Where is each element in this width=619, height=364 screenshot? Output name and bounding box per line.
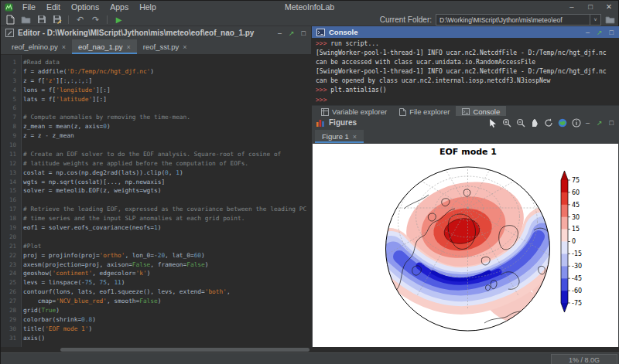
- colorbar-tick-label: -75: [572, 300, 582, 307]
- figures-panel-title: Figures: [329, 118, 488, 127]
- undo-icon[interactable]: ↶: [75, 15, 85, 25]
- line-number: 22: [1, 251, 16, 260]
- window-minimize-button[interactable]: –: [563, 1, 581, 13]
- save-icon[interactable]: [36, 15, 46, 25]
- colorbar-segment: [561, 291, 568, 303]
- line-number: 27: [1, 297, 16, 306]
- console-line: [SwingWorker-pool-1-thread-1] INFO ucar.…: [316, 49, 615, 58]
- panel-float-icon[interactable]: ↗: [597, 119, 603, 127]
- code-line: 1#Read data: [1, 58, 311, 67]
- line-number: 28: [1, 306, 16, 315]
- colorbar-segment: [561, 180, 568, 192]
- editor-panel-header: Editor - D:\Working\MIScript\Jython\mis\…: [1, 26, 311, 39]
- pointer-icon[interactable]: [488, 118, 498, 128]
- code-line: 13coslat = np.cos(np.deg2rad(lats)).clip…: [1, 168, 311, 178]
- tab-close-icon[interactable]: ×: [183, 43, 186, 51]
- editor-icon: [5, 29, 14, 37]
- console-line: >>> plt.antialias(): [316, 86, 615, 95]
- menu-options[interactable]: Options: [66, 2, 104, 12]
- panel-float-icon[interactable]: ↗: [597, 29, 603, 36]
- colorbar-segment: [561, 266, 568, 278]
- window-maximize-button[interactable]: □: [581, 1, 600, 13]
- colorbar-tick-label: 0: [572, 238, 576, 245]
- colorbar-tick-label: 75: [572, 177, 580, 184]
- code-line: 19eof1 = solver.eofs_covariance(neofs=1): [1, 223, 311, 233]
- scrollbar-thumb[interactable]: [60, 348, 310, 352]
- current-folder-combobox[interactable]: D:\Working\MIScript\Jython\mis\meteo\eof…: [436, 14, 601, 26]
- line-number: 11: [1, 150, 16, 159]
- figure-canvas[interactable]: EOF mode 1: [313, 144, 618, 347]
- rotate-icon[interactable]: [544, 118, 553, 128]
- open-folder-icon[interactable]: [21, 15, 31, 25]
- window-close-button[interactable]: ✕: [600, 1, 618, 13]
- code-line: 30title('EOF mode 1'): [1, 325, 311, 334]
- code-line: 16: [1, 196, 311, 205]
- panel-maximize-icon[interactable]: □: [610, 29, 614, 36]
- console-icon: [462, 108, 470, 115]
- panel-minimize-icon[interactable]: –: [586, 119, 590, 127]
- dock-tab-label: Variable explorer: [332, 107, 387, 116]
- zoom-in-icon[interactable]: [502, 118, 511, 128]
- editor-tab-reof_elnino.py[interactable]: reof_elnino.py×: [5, 39, 72, 54]
- code-line: 12# latitude weights are applied before …: [1, 159, 311, 168]
- toolbar-separator: [107, 15, 108, 24]
- code-line: 14wgts = np.sqrt(coslat)[..., np.newaxis…: [1, 178, 311, 187]
- editor-tab-bar: reof_elnino.py×eof_nao_1.py×reof_sst.py×: [1, 39, 311, 55]
- pan-hand-icon[interactable]: [530, 118, 539, 128]
- save-as-icon[interactable]: [52, 15, 62, 25]
- info-icon[interactable]: [572, 118, 581, 128]
- code-line: 18# time series and the input SLP anomal…: [1, 214, 311, 223]
- line-number: 13: [1, 168, 16, 178]
- figure-tab-label: Figure 1: [322, 132, 349, 141]
- code-line: 26contourf(lons, lats, eof1.squeeze(), l…: [1, 287, 311, 297]
- colorbar-segment: [561, 253, 568, 266]
- file-explorer-icon: [399, 108, 406, 116]
- console-line: >>>: [316, 96, 615, 105]
- editor-tab-eof_nao_1.py[interactable]: eof_nao_1.py×: [72, 39, 137, 54]
- console-icon: [316, 29, 325, 36]
- current-folder-value: D:\Working\MIScript\Jython\mis\meteo\eof: [436, 16, 590, 24]
- variable-explorer-icon: [321, 108, 329, 116]
- panel-float-icon[interactable]: ↗: [289, 29, 295, 37]
- colorbar-tick-label: -30: [572, 263, 582, 270]
- globe-icon[interactable]: [558, 118, 567, 128]
- code-line: 2f = addfile('D:/Temp/nc/hgt_djf.nc'): [1, 67, 311, 77]
- panel-minimize-icon[interactable]: –: [586, 29, 590, 36]
- run-icon[interactable]: ▶: [114, 15, 124, 25]
- new-file-icon[interactable]: [5, 15, 15, 25]
- menu-edit[interactable]: Edit: [41, 2, 66, 12]
- code-line: 31axis(): [1, 334, 311, 343]
- contour-map: [368, 144, 569, 335]
- tab-close-icon[interactable]: ×: [353, 133, 357, 141]
- browse-folder-icon[interactable]: [605, 15, 615, 25]
- code-line: 7# Compute anomalies by removing the tim…: [1, 113, 311, 122]
- menu-file[interactable]: File: [17, 2, 41, 12]
- right-dock: Console – ↗ □ >>> run script...[SwingWor…: [312, 26, 619, 352]
- colorbar-segment: [561, 205, 568, 217]
- panel-minimize-icon[interactable]: –: [278, 29, 282, 37]
- line-number: 2: [1, 67, 16, 77]
- line-number: 15: [1, 186, 16, 196]
- line-number: 23: [1, 260, 16, 270]
- line-number: 10: [1, 141, 16, 150]
- tab-close-icon[interactable]: ×: [127, 43, 131, 51]
- zoom-out-icon[interactable]: [516, 118, 525, 128]
- code-editor[interactable]: 1#Read data2f = addfile('D:/Temp/nc/hgt_…: [1, 55, 311, 347]
- colorbar-segment: [561, 242, 568, 254]
- tab-close-icon[interactable]: ×: [62, 43, 66, 51]
- editor-tab-reof_sst.py[interactable]: reof_sst.py×: [137, 39, 193, 54]
- figure-tab[interactable]: Figure 1 ×: [315, 130, 364, 143]
- line-number: 6: [1, 104, 16, 113]
- menu-help[interactable]: Help: [134, 2, 162, 12]
- redo-icon[interactable]: ↷: [91, 15, 101, 25]
- editor-panel: Editor - D:\Working\MIScript\Jython\mis\…: [1, 26, 311, 352]
- line-number: 24: [1, 269, 16, 278]
- memory-indicator[interactable]: 1% / 8.0G: [551, 354, 617, 364]
- console-output[interactable]: >>> run script...[SwingWorker-pool-1-thr…: [312, 38, 619, 105]
- panel-maximize-icon[interactable]: □: [302, 29, 306, 37]
- line-number: 26: [1, 287, 16, 297]
- menu-apps[interactable]: Apps: [104, 2, 134, 12]
- panel-maximize-icon[interactable]: □: [610, 119, 614, 127]
- chevron-down-icon[interactable]: ˅: [590, 15, 600, 25]
- editor-horizontal-scrollbar[interactable]: [1, 347, 311, 352]
